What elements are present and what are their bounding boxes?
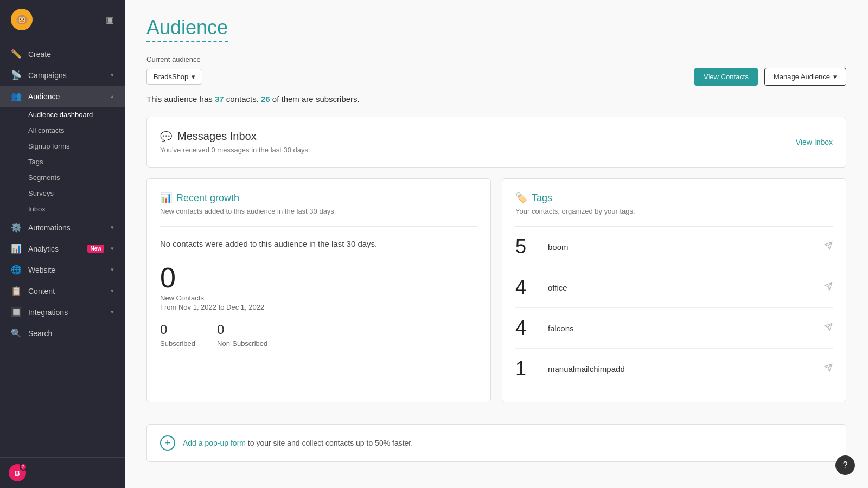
logo-icon: 🐵 xyxy=(15,13,29,26)
sidebar-item-create[interactable]: ✏️ Create xyxy=(0,43,125,65)
sidebar-item-label: Automations xyxy=(28,223,104,232)
sidebar-item-analytics[interactable]: 📊 Analytics New ▾ xyxy=(0,238,125,259)
notification-badge: 2 xyxy=(20,463,27,471)
tag-name: falcons xyxy=(548,324,824,333)
audience-name: BradsShop xyxy=(154,73,188,81)
tags-card: 🏷️ Tags Your contacts, organized by your… xyxy=(502,178,846,402)
automations-icon: ⚙️ xyxy=(11,222,22,233)
view-contacts-button[interactable]: View Contacts xyxy=(694,68,758,86)
sidebar-subitem-surveys[interactable]: Surveys xyxy=(0,185,125,201)
chevron-down-icon: ▾ xyxy=(111,287,114,294)
date-range: From Nov 1, 2022 to Dec 1, 2022 xyxy=(160,303,477,311)
promo-card: + Add a pop-up form to your site and col… xyxy=(146,424,846,462)
sidebar-item-label: Content xyxy=(28,287,104,296)
messages-inbox-card: 💬 Messages Inbox You've received 0 messa… xyxy=(146,117,846,168)
subscribed-stat: 0 Subscribed xyxy=(160,322,195,348)
tag-row: 5 boom xyxy=(515,227,833,267)
chevron-down-icon: ▾ xyxy=(111,309,114,316)
subscribed-label: Subscribed xyxy=(160,339,195,348)
manage-audience-button[interactable]: Manage Audience ▾ xyxy=(764,68,846,86)
audience-selector-dropdown[interactable]: BradsShop ▾ xyxy=(146,69,202,85)
sidebar-item-label: Campaigns xyxy=(28,71,104,80)
messages-inbox-title: Messages Inbox xyxy=(177,130,257,143)
promo-text: Add a pop-up form to your site and colle… xyxy=(183,439,413,447)
analytics-icon: 📊 xyxy=(11,243,22,254)
sidebar-item-integrations[interactable]: 🔲 Integrations ▾ xyxy=(0,301,125,323)
tag-row: 1 manualmailchimpadd xyxy=(515,349,833,389)
mailchimp-logo[interactable]: 🐵 xyxy=(11,9,33,30)
tag-count: 4 xyxy=(515,317,548,339)
chevron-down-icon: ▾ xyxy=(111,72,114,79)
current-audience-label: Current audience xyxy=(146,55,846,63)
message-icon: 💬 xyxy=(160,131,172,143)
help-button[interactable]: ? xyxy=(835,455,855,475)
messages-inbox-subtitle: You've received 0 messages in the last 3… xyxy=(160,146,310,154)
subscribed-count: 0 xyxy=(160,322,195,337)
send-icon[interactable] xyxy=(824,363,833,374)
total-contacts-count: 37 xyxy=(215,94,224,104)
promo-description: to your site and collect contacts up to … xyxy=(246,439,413,447)
chevron-down-icon: ▾ xyxy=(111,245,114,252)
tags-subtitle: Your contacts, organized by your tags. xyxy=(515,207,833,215)
integrations-icon: 🔲 xyxy=(11,307,22,317)
chevron-down-icon: ▾ xyxy=(833,73,837,81)
sidebar-subitem-all-contacts[interactable]: All contacts xyxy=(0,123,125,138)
audience-header: BradsShop ▾ View Contacts Manage Audienc… xyxy=(146,68,846,86)
tags-title[interactable]: 🏷️ Tags xyxy=(515,192,833,204)
create-icon: ✏️ xyxy=(11,49,22,59)
chevron-up-icon: ▴ xyxy=(111,93,114,100)
sidebar-item-audience[interactable]: 👥 Audience ▴ xyxy=(0,86,125,107)
sidebar-item-label: Website xyxy=(28,266,104,274)
sidebar-item-content[interactable]: 📋 Content ▾ xyxy=(0,280,125,301)
bar-chart-icon: 📊 xyxy=(160,192,172,204)
sidebar-item-search[interactable]: 🔍 Search xyxy=(0,323,125,344)
search-icon: 🔍 xyxy=(11,328,22,338)
recent-growth-title[interactable]: 📊 Recent growth xyxy=(160,192,477,204)
recent-growth-subtitle: New contacts added to this audience in t… xyxy=(160,207,477,215)
promo-plus-icon[interactable]: + xyxy=(160,435,175,451)
website-icon: 🌐 xyxy=(11,265,22,275)
sidebar-navigation: ✏️ Create 📡 Campaigns ▾ 👥 Audience ▴ Aud… xyxy=(0,39,125,457)
page-title: Audience xyxy=(146,16,228,42)
two-col-section: 📊 Recent growth New contacts added to th… xyxy=(146,178,846,413)
tag-icon: 🏷️ xyxy=(515,192,527,204)
audience-stats: This audience has 37 contacts. 26 of the… xyxy=(146,94,846,104)
messages-inbox-title-row: 💬 Messages Inbox You've received 0 messa… xyxy=(160,130,310,154)
header-buttons: View Contacts Manage Audience ▾ xyxy=(694,68,846,86)
growth-empty-message: No contacts were added to this audience … xyxy=(160,237,477,251)
sidebar-item-label: Search xyxy=(28,329,114,338)
tag-row: 4 falcons xyxy=(515,308,833,349)
avatar-badge[interactable]: B 2 xyxy=(9,464,26,481)
sidebar-toggle-button[interactable]: ▣ xyxy=(106,15,114,25)
stats-row: 0 Subscribed 0 Non-Subscribed xyxy=(160,322,477,348)
tag-row: 4 office xyxy=(515,267,833,308)
sidebar-logo: 🐵 ▣ xyxy=(0,0,125,39)
sidebar-item-website[interactable]: 🌐 Website ▾ xyxy=(0,259,125,280)
tag-count: 5 xyxy=(515,235,548,258)
new-contacts-count: 0 xyxy=(160,264,477,292)
view-inbox-link[interactable]: View Inbox xyxy=(796,138,833,146)
campaigns-icon: 📡 xyxy=(11,70,22,80)
chevron-down-icon: ▾ xyxy=(111,224,114,231)
popup-form-link[interactable]: Add a pop-up form xyxy=(183,439,246,447)
sidebar-subitem-tags[interactable]: Tags xyxy=(0,154,125,170)
tag-count: 4 xyxy=(515,276,548,299)
send-icon[interactable] xyxy=(824,241,833,252)
sidebar-subitem-segments[interactable]: Segments xyxy=(0,170,125,185)
sidebar-subitem-inbox[interactable]: Inbox xyxy=(0,201,125,217)
send-icon[interactable] xyxy=(824,282,833,293)
recent-growth-card: 📊 Recent growth New contacts added to th… xyxy=(146,178,491,402)
non-subscribed-stat: 0 Non-Subscribed xyxy=(217,322,267,348)
sidebar-subitem-audience-dashboard[interactable]: Audience dashboard xyxy=(0,107,125,123)
audience-icon: 👥 xyxy=(11,91,22,101)
new-contacts-label: New Contacts xyxy=(160,294,477,302)
tag-name: boom xyxy=(548,242,824,252)
sidebar-item-campaigns[interactable]: 📡 Campaigns ▾ xyxy=(0,65,125,86)
non-subscribed-count: 0 xyxy=(217,322,267,337)
sidebar-item-automations[interactable]: ⚙️ Automations ▾ xyxy=(0,217,125,238)
subscribers-count: 26 xyxy=(261,94,270,104)
send-icon[interactable] xyxy=(824,323,833,333)
manage-audience-label: Manage Audience xyxy=(774,73,830,81)
sidebar-item-label: Analytics xyxy=(28,245,81,253)
sidebar-subitem-signup-forms[interactable]: Signup forms xyxy=(0,138,125,154)
